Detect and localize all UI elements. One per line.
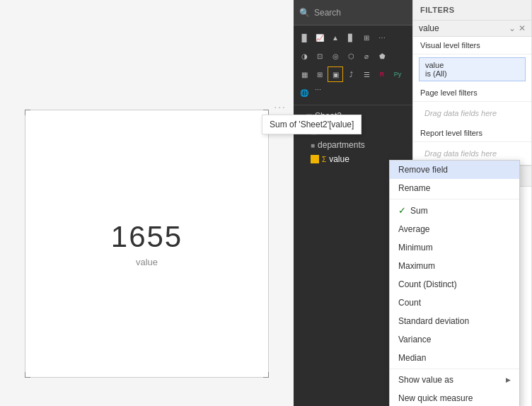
funnel-icon[interactable]: ⬡ bbox=[343, 48, 359, 64]
menu-item-count[interactable]: Count bbox=[390, 294, 519, 312]
filter-field-value: is (All) bbox=[425, 69, 519, 78]
filters-title: FILTERS bbox=[420, 6, 455, 14]
show-value-as-label: Show value as bbox=[398, 375, 453, 385]
matrix-icon[interactable]: ⊞ bbox=[312, 66, 328, 82]
count-label: Count bbox=[398, 298, 421, 308]
menu-divider-1 bbox=[390, 199, 519, 199]
page-level-text: Page level filters bbox=[420, 88, 478, 97]
corner-bl bbox=[25, 372, 30, 378]
filter-field-name: value bbox=[425, 61, 519, 69]
gauge-icon[interactable]: ⌀ bbox=[359, 48, 374, 64]
tooltip: Sum of 'Sheet2'[value] bbox=[262, 115, 362, 134]
tree-item-departments[interactable]: ■ departments bbox=[294, 138, 412, 152]
field-departments-label: departments bbox=[318, 140, 365, 150]
menu-divider-2 bbox=[390, 369, 519, 369]
menu-item-count-distinct[interactable]: Count (Distinct) bbox=[390, 275, 519, 294]
menu-item-rename[interactable]: Rename bbox=[390, 179, 519, 197]
canvas-dots: ... bbox=[274, 99, 287, 110]
submenu-arrow-icon: ▶ bbox=[506, 376, 511, 383]
maximum-label: Maximum bbox=[398, 261, 435, 271]
menu-item-show-value-as[interactable]: Show value as ▶ bbox=[390, 371, 519, 389]
chart-row-4: 🌐 ··· bbox=[295, 83, 411, 102]
chart-row-3: ▦ ⊞ ▣ ⤴ ☰ R Py bbox=[295, 65, 411, 83]
card-icon-active[interactable]: ▣ bbox=[328, 66, 343, 82]
minimum-label: Minimum bbox=[398, 243, 433, 253]
value-dropdown-label: value bbox=[419, 23, 506, 33]
chart-icons-area: ▐▌ 📈 ▲ ▊ ⊞ ⋯ ◑ ⊡ ◎ ⬡ ⌀ ⬟ ▦ ⊞ ▣ ⤴ ☰ bbox=[294, 25, 412, 105]
new-quick-measure-label: New quick measure bbox=[398, 393, 473, 403]
search-bar: 🔍 Search bbox=[294, 0, 412, 25]
value-close-icon[interactable]: ✕ bbox=[519, 23, 526, 33]
visual-level-text: Visual level filters bbox=[420, 41, 480, 50]
menu-item-new-quick-measure[interactable]: New quick measure bbox=[390, 389, 519, 406]
visual-level-header: Visual level filters bbox=[413, 37, 531, 54]
line-chart-icon[interactable]: 📈 bbox=[312, 30, 328, 45]
value-chevron-icon[interactable]: ⌄ bbox=[509, 23, 516, 33]
menu-item-maximum[interactable]: Maximum bbox=[390, 257, 519, 275]
card-number: 1655 bbox=[111, 220, 183, 254]
table-icon[interactable]: ▦ bbox=[296, 66, 312, 82]
context-menu: Remove field Rename ✓ Sum Average Minimu… bbox=[389, 160, 520, 406]
donut-icon[interactable]: ◎ bbox=[328, 48, 343, 64]
menu-item-median[interactable]: Median bbox=[390, 349, 519, 367]
search-icon: 🔍 bbox=[299, 8, 310, 18]
drag-report-text: Drag data fields here bbox=[424, 149, 497, 158]
field-value-label: value bbox=[329, 154, 349, 164]
menu-item-std-dev[interactable]: Standard deviation bbox=[390, 312, 519, 330]
py-visual-icon[interactable]: Py bbox=[390, 66, 405, 82]
slicer-icon[interactable]: ☰ bbox=[359, 66, 374, 82]
sigma-icon: Σ bbox=[322, 156, 326, 163]
stacked-bar-icon[interactable]: ▊ bbox=[343, 30, 359, 45]
departments-icon: ■ bbox=[311, 141, 315, 149]
value-check bbox=[311, 155, 319, 163]
std-dev-label: Standard deviation bbox=[398, 316, 469, 326]
value-card: 1655 value bbox=[25, 110, 269, 378]
page-level-header: Page level filters bbox=[413, 84, 531, 102]
report-level-header: Report level filters bbox=[413, 124, 531, 142]
map-icon[interactable]: ⬟ bbox=[374, 48, 390, 64]
more-visuals-icon[interactable]: ··· bbox=[312, 85, 324, 100]
chart-row-1: ▐▌ 📈 ▲ ▊ ⊞ ⋯ bbox=[295, 28, 411, 47]
median-label: Median bbox=[398, 353, 426, 363]
menu-item-average[interactable]: Average bbox=[390, 220, 519, 238]
chart-row-2: ◑ ⊡ ◎ ⬡ ⌀ ⬟ bbox=[295, 47, 411, 65]
sum-label: Sum bbox=[410, 206, 428, 216]
variance-label: Variance bbox=[398, 335, 431, 344]
kpi-icon[interactable]: ⤴ bbox=[343, 66, 359, 82]
tooltip-text: Sum of 'Sheet2'[value] bbox=[270, 120, 354, 129]
combo-chart-icon[interactable]: ⊞ bbox=[359, 30, 374, 45]
drag-page-zone: Drag data fields here bbox=[419, 105, 526, 122]
corner-br bbox=[263, 372, 269, 378]
rename-label: Rename bbox=[398, 183, 430, 193]
filled-map-icon[interactable]: 🌐 bbox=[296, 85, 312, 100]
area-chart-icon[interactable]: ▲ bbox=[328, 30, 343, 45]
drag-page-text: Drag data fields here bbox=[424, 109, 497, 117]
value-dropdown-header: value ⌄ ✕ bbox=[413, 21, 531, 37]
menu-item-variance[interactable]: Variance bbox=[390, 330, 519, 349]
menu-item-remove-field[interactable]: Remove field bbox=[390, 161, 519, 179]
sum-check-icon: ✓ bbox=[398, 205, 406, 216]
filters-header: FILTERS bbox=[413, 0, 531, 21]
treemap-icon[interactable]: ⊡ bbox=[312, 48, 328, 64]
canvas-area: ... Sum of 'Sheet2'[value] 1655 value bbox=[0, 0, 294, 406]
search-label: Search bbox=[314, 8, 341, 18]
report-level-text: Report level filters bbox=[420, 129, 482, 137]
menu-item-sum[interactable]: ✓ Sum bbox=[390, 201, 519, 220]
remove-field-label: Remove field bbox=[398, 165, 448, 175]
filter-tag-value[interactable]: value is (All) bbox=[419, 57, 526, 81]
scatter-icon[interactable]: ⋯ bbox=[374, 30, 390, 45]
card-label: value bbox=[136, 257, 158, 267]
bar-chart-icon[interactable]: ▐▌ bbox=[296, 30, 312, 45]
count-distinct-label: Count (Distinct) bbox=[398, 279, 457, 289]
r-visual-icon[interactable]: R bbox=[374, 66, 390, 82]
pie-chart-icon[interactable]: ◑ bbox=[296, 48, 312, 64]
average-label: Average bbox=[398, 224, 429, 234]
menu-item-minimum[interactable]: Minimum bbox=[390, 238, 519, 257]
corner-tl bbox=[25, 110, 30, 115]
